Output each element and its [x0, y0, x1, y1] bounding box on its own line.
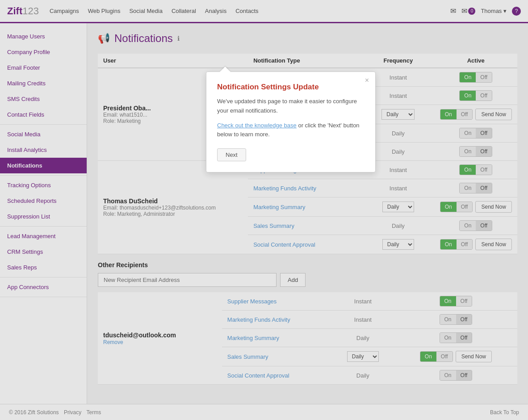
modal-next-button[interactable]: Next: [217, 148, 246, 161]
modal-body-link: Check out the knowledge base or click th…: [217, 121, 365, 140]
modal-body: We've updated this page to make it easie…: [217, 97, 365, 116]
modal-knowledge-base-link[interactable]: Check out the knowledge base: [217, 122, 297, 129]
modal-title: Notification Settings Update: [217, 83, 365, 92]
modal-close-button[interactable]: ×: [365, 76, 369, 84]
modal: × Notification Settings Update We've upd…: [206, 71, 376, 172]
modal-arrow: [220, 67, 230, 72]
modal-body-text1: We've updated this page to make it easie…: [217, 98, 357, 114]
modal-overlay: × Notification Settings Update We've upd…: [0, 0, 528, 420]
